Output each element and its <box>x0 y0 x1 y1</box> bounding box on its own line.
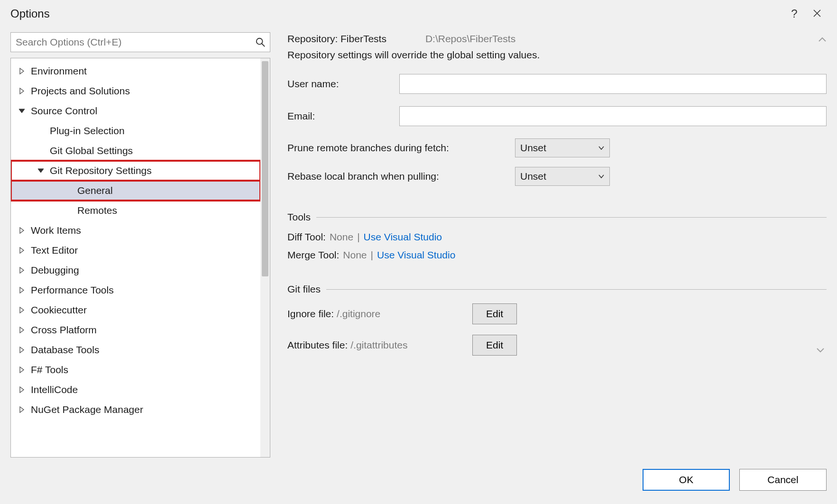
repository-path: D:\Repos\FiberTests <box>425 33 515 45</box>
tree-item-label: Plug-in Selection <box>50 125 125 137</box>
tree-item-label: Git Global Settings <box>50 145 133 156</box>
repository-description: Repository settings will override the gl… <box>287 49 827 61</box>
email-label: Email: <box>287 110 399 122</box>
merge-use-vs-link[interactable]: Use Visual Studio <box>377 249 455 261</box>
tree-item-label: Remotes <box>77 205 117 216</box>
tree-item-label: NuGet Package Manager <box>31 404 143 415</box>
tree-item-label: Database Tools <box>31 344 99 356</box>
chevron-down-icon <box>36 165 46 176</box>
tree-item-performance-tools[interactable]: Performance Tools <box>11 280 260 300</box>
tree-item-intellicode[interactable]: IntelliCode <box>11 380 260 400</box>
tree-item-label: F# Tools <box>31 364 68 376</box>
email-input[interactable] <box>399 106 827 126</box>
tree-item-label: Cross Platform <box>31 324 97 336</box>
tools-section-title: Tools <box>287 211 311 223</box>
diff-tool-value: None <box>330 231 353 243</box>
prune-label: Prune remote branches during fetch: <box>287 142 515 154</box>
chevron-right-icon <box>17 325 27 335</box>
edit-attributes-button[interactable]: Edit <box>472 335 517 356</box>
gitfiles-section-title: Git files <box>287 284 321 295</box>
titlebar: Options ? <box>0 0 837 27</box>
tree-item-source-control[interactable]: Source Control <box>11 101 260 121</box>
tree-item-fsharp-tools[interactable]: F# Tools <box>11 360 260 380</box>
search-icon <box>255 37 266 47</box>
options-dialog: Options ? Environment Project <box>0 0 837 504</box>
tree-item-label: Work Items <box>31 225 81 236</box>
tree-item-label: Debugging <box>31 265 79 276</box>
merge-tool-value: None <box>343 249 367 261</box>
chevron-up-icon[interactable] <box>818 33 827 45</box>
tree-item-remotes[interactable]: Remotes <box>11 201 260 220</box>
chevron-right-icon <box>17 86 27 96</box>
rebase-select-value: Unset <box>520 171 546 182</box>
tree-item-plugin-selection[interactable]: Plug-in Selection <box>11 121 260 141</box>
tree-item-label: Git Repository Settings <box>50 165 152 176</box>
tree-item-debugging[interactable]: Debugging <box>11 260 260 280</box>
tree-item-label: Source Control <box>31 105 97 117</box>
chevron-right-icon <box>17 66 27 76</box>
svg-line-1 <box>262 44 265 46</box>
chevron-down-icon <box>598 146 605 150</box>
merge-tool-label: Merge Tool: <box>287 249 339 261</box>
tree-item-text-editor[interactable]: Text Editor <box>11 240 260 260</box>
scrollbar-thumb[interactable] <box>262 61 268 276</box>
tree-item-environment[interactable]: Environment <box>11 61 260 81</box>
separator: | <box>357 231 359 243</box>
tree-item-label: Performance Tools <box>31 284 114 296</box>
tree-scrollbar[interactable] <box>260 58 270 457</box>
tree-item-cross-platform[interactable]: Cross Platform <box>11 320 260 340</box>
search-input[interactable] <box>10 32 270 52</box>
chevron-right-icon <box>17 305 27 315</box>
chevron-right-icon <box>17 385 27 395</box>
chevron-right-icon <box>17 245 27 256</box>
svg-point-0 <box>257 38 263 45</box>
attributes-file-name: /.gitattributes <box>350 339 407 351</box>
tree-item-cookiecutter[interactable]: Cookiecutter <box>11 300 260 320</box>
section-divider <box>316 217 827 218</box>
cancel-button[interactable]: Cancel <box>739 469 827 491</box>
tree-item-label: Environment <box>31 65 87 77</box>
prune-select[interactable]: Unset <box>515 138 610 157</box>
tree-item-label: General <box>77 185 113 196</box>
tree-item-work-items[interactable]: Work Items <box>11 220 260 240</box>
help-button[interactable]: ? <box>783 7 806 20</box>
chevron-right-icon <box>17 345 27 355</box>
chevron-right-icon <box>17 404 27 415</box>
close-button[interactable] <box>806 7 828 20</box>
close-icon <box>813 9 821 18</box>
tree-item-nuget[interactable]: NuGet Package Manager <box>11 400 260 420</box>
tree-item-label: Cookiecutter <box>31 304 87 316</box>
tree-item-git-repo-settings[interactable]: Git Repository Settings <box>11 161 260 181</box>
tree-item-label: IntelliCode <box>31 384 78 395</box>
ok-button[interactable]: OK <box>643 469 730 491</box>
tree-item-label: Projects and Solutions <box>31 85 130 97</box>
chevron-right-icon <box>17 265 27 275</box>
chevron-right-icon <box>17 365 27 375</box>
options-tree: Environment Projects and Solutions Sourc… <box>10 58 270 458</box>
tree-item-git-global[interactable]: Git Global Settings <box>11 141 260 161</box>
attributes-file-label: Attributes file: <box>287 339 348 351</box>
tree-item-database-tools[interactable]: Database Tools <box>11 340 260 360</box>
ignore-file-label: Ignore file: <box>287 308 334 320</box>
username-input[interactable] <box>399 74 827 94</box>
separator: | <box>371 249 373 261</box>
ignore-file-name: /.gitignore <box>337 308 380 320</box>
chevron-down-icon[interactable] <box>816 345 827 356</box>
chevron-down-icon <box>598 174 605 179</box>
tree-item-projects[interactable]: Projects and Solutions <box>11 81 260 101</box>
prune-select-value: Unset <box>520 142 546 154</box>
edit-ignore-button[interactable]: Edit <box>472 303 517 324</box>
rebase-select[interactable]: Unset <box>515 167 610 186</box>
rebase-label: Rebase local branch when pulling: <box>287 171 515 182</box>
tree-item-general[interactable]: General <box>11 181 260 201</box>
chevron-down-icon <box>17 106 27 116</box>
chevron-right-icon <box>17 285 27 295</box>
chevron-right-icon <box>17 225 27 236</box>
section-divider <box>326 289 827 290</box>
repository-label: Repository: FiberTests <box>287 33 386 45</box>
diff-tool-label: Diff Tool: <box>287 231 326 243</box>
username-label: User name: <box>287 78 399 90</box>
diff-use-vs-link[interactable]: Use Visual Studio <box>364 231 442 243</box>
tree-item-label: Text Editor <box>31 245 78 256</box>
dialog-title: Options <box>10 7 50 20</box>
